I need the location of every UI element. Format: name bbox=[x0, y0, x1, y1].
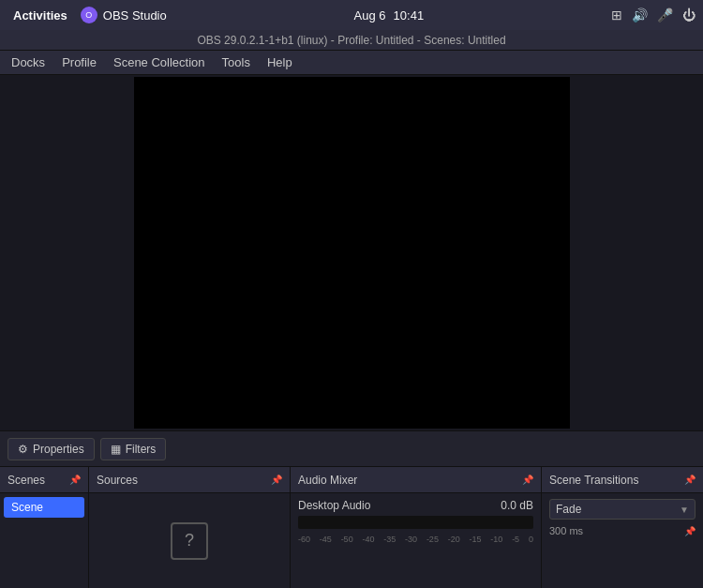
audio-mixer-header: Audio Mixer 📌 bbox=[291, 467, 541, 493]
date-label: Aug 6 bbox=[354, 8, 386, 23]
power-icon[interactable]: ⏻ bbox=[682, 8, 696, 23]
properties-button[interactable]: ⚙ Properties bbox=[7, 438, 95, 460]
preview-area bbox=[0, 75, 703, 430]
filters-label: Filters bbox=[126, 443, 157, 456]
meter-label-15: -15 bbox=[470, 535, 482, 544]
title-bar: OBS 29.0.2.1-1+b1 (linux) - Profile: Unt… bbox=[0, 30, 703, 51]
grid-icon[interactable]: ⊞ bbox=[611, 8, 622, 23]
duration-row: 300 ms 📌 bbox=[549, 525, 696, 536]
preview-canvas bbox=[134, 77, 570, 429]
system-bar-right: ⊞ 🔊 🎤 ⏻ bbox=[611, 8, 696, 23]
obs-icon: O bbox=[81, 7, 97, 23]
transitions-header: Scene Transitions 📌 bbox=[542, 467, 703, 493]
system-bar-clock: Aug 6 10:41 bbox=[354, 8, 425, 23]
meter-label-50: -50 bbox=[341, 535, 353, 544]
scenes-header: Scenes 📌 bbox=[0, 467, 88, 493]
audio-mixer-panel: Audio Mixer 📌 Desktop Audio 0.0 dB -60 -… bbox=[291, 467, 542, 588]
audio-content: Desktop Audio 0.0 dB -60 -45 -50 -40 -35… bbox=[291, 493, 541, 588]
menu-bar: Docks Profile Scene Collection Tools Hel… bbox=[0, 51, 703, 75]
audio-meter-labels: -60 -45 -50 -40 -35 -30 -25 -20 -15 -10 … bbox=[298, 535, 533, 544]
chevron-down-icon: ▼ bbox=[680, 505, 689, 515]
app-name-label: OBS Studio bbox=[103, 8, 167, 23]
help-menu[interactable]: Help bbox=[260, 53, 300, 71]
scenes-panel: Scenes 📌 Scene bbox=[0, 467, 89, 588]
activities-button[interactable]: Activities bbox=[7, 7, 73, 24]
meter-label-5: -5 bbox=[512, 535, 519, 544]
source-placeholder-icon: ? bbox=[171, 522, 208, 560]
system-bar-left: Activities O OBS Studio bbox=[7, 7, 167, 24]
meter-label-25: -25 bbox=[426, 535, 439, 544]
duration-pin-icon[interactable]: 📌 bbox=[684, 526, 696, 536]
fade-select[interactable]: Fade ▼ bbox=[549, 499, 696, 520]
meter-label-60: -60 bbox=[298, 535, 310, 544]
transitions-pin-icon[interactable]: 📌 bbox=[684, 475, 696, 485]
sources-content: ? bbox=[89, 493, 290, 588]
properties-label: Properties bbox=[33, 443, 84, 456]
meter-label-40: -40 bbox=[362, 535, 374, 544]
scene-item[interactable]: Scene bbox=[4, 497, 84, 518]
docks-area: Scenes 📌 Scene Sources 📌 ? Audio Mixer 📌 bbox=[0, 466, 703, 588]
volume-icon[interactable]: 🔊 bbox=[632, 8, 648, 23]
audio-db-value: 0.0 dB bbox=[501, 499, 533, 512]
audio-pin-icon[interactable]: 📌 bbox=[522, 475, 533, 485]
fade-label: Fade bbox=[556, 503, 581, 516]
time-label: 10:41 bbox=[394, 8, 425, 23]
meter-label-45: -45 bbox=[320, 535, 332, 544]
docks-menu[interactable]: Docks bbox=[4, 53, 52, 71]
audio-mixer-title: Audio Mixer bbox=[298, 474, 357, 487]
meter-label-30: -30 bbox=[405, 535, 417, 544]
audio-meter bbox=[298, 516, 533, 529]
profile-menu[interactable]: Profile bbox=[54, 53, 104, 71]
scenes-content: Scene bbox=[0, 493, 88, 588]
sources-panel: Sources 📌 ? bbox=[89, 467, 291, 588]
app-icon[interactable]: O OBS Studio bbox=[81, 7, 167, 23]
gear-icon: ⚙ bbox=[18, 443, 28, 456]
sources-header: Sources 📌 bbox=[89, 467, 290, 493]
window-title: OBS 29.0.2.1-1+b1 (linux) - Profile: Unt… bbox=[197, 34, 505, 47]
audio-track-name: Desktop Audio bbox=[298, 499, 370, 512]
scene-collection-menu[interactable]: Scene Collection bbox=[106, 53, 213, 71]
scenes-pin-icon[interactable]: 📌 bbox=[69, 475, 81, 485]
duration-label: 300 ms bbox=[549, 525, 583, 536]
meter-label-0: 0 bbox=[529, 535, 533, 544]
bottom-toolbar: ⚙ Properties ▦ Filters bbox=[0, 430, 703, 466]
filters-button[interactable]: ▦ Filters bbox=[100, 438, 167, 460]
meter-label-20: -20 bbox=[448, 535, 460, 544]
system-bar: Activities O OBS Studio Aug 6 10:41 ⊞ 🔊 … bbox=[0, 0, 703, 30]
meter-label-10: -10 bbox=[490, 535, 502, 544]
tools-menu[interactable]: Tools bbox=[215, 53, 258, 71]
sources-title: Sources bbox=[97, 474, 138, 487]
scenes-title: Scenes bbox=[7, 474, 45, 487]
audio-track: Desktop Audio 0.0 dB -60 -45 -50 -40 -35… bbox=[298, 499, 533, 544]
filter-icon: ▦ bbox=[111, 443, 121, 456]
transitions-content: Fade ▼ 300 ms 📌 bbox=[542, 493, 703, 588]
meter-label-35: -35 bbox=[383, 535, 396, 544]
scene-transitions-panel: Scene Transitions 📌 Fade ▼ 300 ms 📌 bbox=[542, 467, 703, 588]
mic-icon[interactable]: 🎤 bbox=[657, 8, 673, 23]
audio-track-header: Desktop Audio 0.0 dB bbox=[298, 499, 533, 512]
transitions-title: Scene Transitions bbox=[549, 474, 638, 487]
obs-window: OBS 29.0.2.1-1+b1 (linux) - Profile: Unt… bbox=[0, 30, 703, 588]
sources-pin-icon[interactable]: 📌 bbox=[271, 475, 282, 485]
